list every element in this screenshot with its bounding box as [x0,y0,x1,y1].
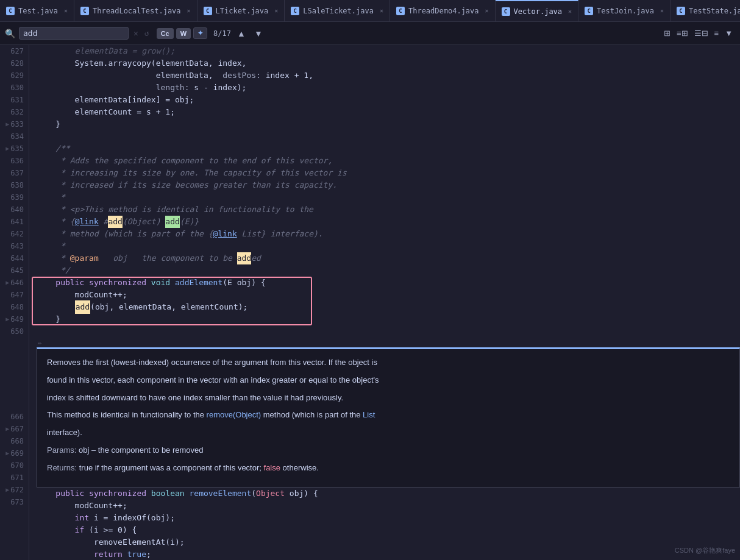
line-num: 628 [2,57,24,69]
line-num: ▶667 [2,423,24,435]
doc-line2: found in this vector, each component in … [47,374,730,387]
tab-test-java[interactable]: C Test.java ✕ [0,0,74,22]
code-line-634 [37,130,740,143]
tab-threadlocaltest[interactable]: C ThreadLocalTest.java ✕ [74,0,197,22]
tab-bar: C Test.java ✕ C ThreadLocalTest.java ✕ C… [0,0,740,22]
code-line-632: elementCount = s + 1; [37,106,740,118]
regex-button[interactable]: ✦ [193,27,207,39]
line-num: 666 [2,411,24,423]
doc-line3: index is shifted downward to have one in… [47,392,730,405]
doc-line1: Removes the first (lowest-indexed) occur… [47,356,730,369]
code-line-636: * Adds the specified component to the en… [37,155,740,167]
line-num: 673 [2,496,24,508]
tab-vector[interactable]: C Vector.java ✕ [496,0,579,22]
tab-close[interactable]: ✕ [274,7,278,14]
tab-close[interactable]: ✕ [64,7,68,14]
code-line-643: * [37,240,740,252]
code-line-629: elementData, destPos: index + 1, [37,69,740,82]
code-line-647: modCount++; [37,289,740,301]
code-line-631: elementData[index] = obj; [37,94,740,106]
java-icon: C [291,7,299,15]
line-num: 640 [2,204,24,216]
tab-close[interactable]: ✕ [380,7,383,14]
tab-close[interactable]: ✕ [187,7,191,14]
code-line-668: int i = indexOf(obj); [37,512,740,524]
line-num: 668 [2,435,24,447]
line-num: 638 [2,179,24,191]
tab-label: ThreadDemo4.java [408,7,479,15]
line-num: 627 [2,45,24,57]
line-num: 645 [2,264,24,277]
tab-label: TestState.java [689,7,740,15]
line-num: 639 [2,191,24,204]
whole-word-button[interactable]: W [176,28,191,39]
code-line-642: * method (which is part of the {@link Li… [37,228,740,240]
search-input[interactable] [19,27,129,40]
line-num: 634 [2,130,24,143]
doc-link-list: List [363,410,375,419]
code-line-671: return true; [37,548,740,560]
doc-line4: This method is identical in functionalit… [47,409,730,422]
search-filter-btn5[interactable]: ▼ [722,27,735,39]
search-counter: 8/17 [213,29,231,38]
code-line-666: public synchronized boolean removeElemen… [37,487,740,500]
java-icon: C [396,7,405,15]
tab-teststate[interactable]: C TestState.java ✕ [671,0,740,22]
code-lines: elementData = grow(); System.arraycopy(e… [29,45,740,560]
tab-lsaleticket[interactable]: C LSaleTicket.java ✕ [285,0,390,22]
code-line-667: modCount++; [37,500,740,512]
line-num: 650 [2,325,24,338]
tab-label: Test.java [18,7,58,15]
java-icon: C [502,7,510,16]
java-icon: C [6,7,15,15]
code-content[interactable]: elementData = grow(); System.arraycopy(e… [29,45,740,560]
search-filter-btn3[interactable]: ☰⊟ [692,27,711,39]
doc-link-remove: remove(Object) [207,410,261,419]
code-line-633: } [37,118,740,130]
line-num: 671 [2,472,24,484]
line-num: 642 [2,228,24,240]
tab-close[interactable]: ✕ [485,7,489,14]
code-line-639: * [37,191,740,204]
search-next-button[interactable]: ▼ [252,27,265,40]
tab-close[interactable]: ✕ [660,7,664,14]
line-num: 631 [2,94,24,106]
code-line-646: public synchronized void addElement(E ob… [37,277,740,289]
tab-close[interactable]: ✕ [568,8,572,15]
editor-area: 627 628 629 630 631 632 ▶633 634 ▶635 63… [0,45,740,560]
code-line-649: } [37,313,740,325]
match-case-button[interactable]: Cc [157,28,174,39]
search-close-icon[interactable]: ✕ [133,29,138,38]
search-filter-btn1[interactable]: ⊞ [661,27,673,39]
code-line-669: if (i >= 0) { [37,524,740,536]
edit-hint: ✏ [37,338,740,347]
tab-label: LTicket.java [216,7,269,15]
search-controls: Cc W ✦ [157,27,207,39]
line-num: ▶649 [2,313,24,325]
code-line-650 [37,325,740,338]
search-refresh-icon[interactable]: ↺ [144,29,149,38]
search-filter-btn2[interactable]: ≡⊞ [674,27,691,39]
line-num: 630 [2,82,24,94]
code-line-641: * {@link #add(Object) add(E)} [37,216,740,228]
java-icon: C [80,7,89,15]
tab-threaddemo4[interactable]: C ThreadDemo4.java ✕ [390,0,496,22]
tab-testjoin[interactable]: C TestJoin.java ✕ [578,0,671,22]
doc-line5: interface). [47,427,730,439]
search-prev-button[interactable]: ▲ [235,27,248,40]
line-num: 641 [2,216,24,228]
line-num: ▶635 [2,143,24,155]
line-num: 629 [2,69,24,82]
watermark: CSDN @谷艳爽faye [675,546,735,555]
tab-label: Vector.java [514,7,562,16]
line-num: 637 [2,167,24,179]
line-num: 648 [2,301,24,313]
search-filter-btn4[interactable]: ≡ [712,27,722,39]
doc-returns: Returns: true if the argument was a comp… [47,462,730,475]
code-line-638: * increased if its size becomes greater … [37,179,740,191]
code-line-645: */ [37,264,740,277]
line-num: 636 [2,155,24,167]
java-icon: C [585,7,593,15]
line-num: 647 [2,289,24,301]
tab-lticket[interactable]: C LTicket.java ✕ [197,0,285,22]
